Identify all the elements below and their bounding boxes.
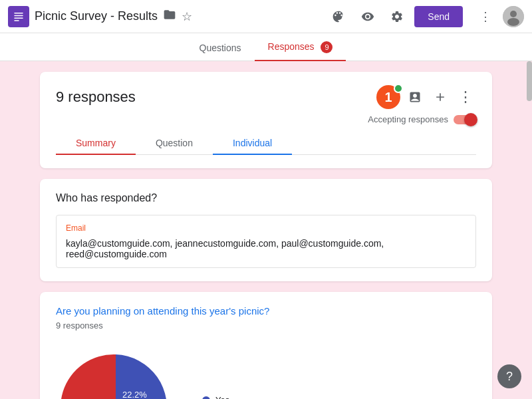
yes-label: Yes (215, 395, 229, 399)
email-box: Email kayla@customguide.com, jeannecusto… (56, 215, 476, 268)
pie-chart: 77.8% 22.2% (56, 348, 176, 399)
add-chart-button[interactable] (430, 86, 451, 108)
header-title: Picnic Survey - Results (35, 9, 158, 23)
yes-dot (202, 396, 210, 400)
subtab-summary[interactable]: Summary (56, 132, 136, 155)
help-button[interactable]: ? (497, 364, 521, 388)
email-list: kayla@customguide.com, jeannecustomguide… (66, 238, 466, 259)
chart-legend: Yes No (202, 395, 229, 399)
response-count-card: 9 responses 1 ⋮ Accepting responses Summ… (40, 72, 492, 168)
header: Picnic Survey - Results ☆ Send ⋮ (0, 0, 532, 33)
svg-rect-2 (14, 17, 23, 19)
avatar (503, 6, 524, 27)
notification-badge: 1 (376, 85, 400, 109)
tab-questions[interactable]: Questions (186, 36, 255, 61)
who-responded-title: Who has responded? (56, 192, 476, 204)
accepting-toggle[interactable] (454, 115, 476, 124)
header-left: Picnic Survey - Results ☆ (8, 6, 327, 27)
question-card: Are you planning on attending this year'… (40, 292, 492, 399)
folder-icon[interactable] (163, 8, 176, 25)
preview-button[interactable] (356, 5, 380, 29)
add-spreadsheet-button[interactable] (404, 86, 426, 108)
accepting-label: Accepting responses (368, 114, 448, 124)
response-header: 9 responses 1 ⋮ (56, 85, 476, 109)
star-icon[interactable]: ☆ (182, 9, 192, 24)
email-label: Email (66, 223, 466, 233)
question-text: Are you planning on attending this year'… (56, 305, 476, 317)
svg-rect-3 (14, 20, 19, 21)
svg-point-5 (510, 11, 517, 17)
sub-tabs: Summary Question Individual (56, 132, 476, 155)
main-content: 9 responses 1 ⋮ Accepting responses Summ… (0, 61, 532, 399)
more-button[interactable]: ⋮ (473, 5, 497, 29)
who-responded-card: Who has responded? Email kayla@customgui… (40, 179, 492, 281)
svg-rect-1 (14, 15, 23, 16)
main-tabs: Questions Responses 9 (0, 33, 532, 61)
response-actions: 1 ⋮ (376, 85, 476, 109)
send-button[interactable]: Send (414, 6, 463, 27)
chart-container: 77.8% 22.2% Yes No (56, 341, 476, 399)
accepting-row: Accepting responses (56, 114, 476, 124)
scrollbar-thumb[interactable] (527, 61, 532, 101)
svg-point-6 (507, 18, 519, 26)
response-count: 9 responses (56, 88, 136, 106)
palette-button[interactable] (327, 5, 350, 29)
settings-button[interactable] (385, 5, 409, 29)
responses-badge: 9 (321, 41, 332, 53)
tab-responses[interactable]: Responses 9 (255, 35, 346, 61)
subtab-question[interactable]: Question (136, 132, 213, 155)
app-icon (8, 6, 29, 27)
legend-yes: Yes (202, 395, 229, 399)
question-response-count: 9 responses (56, 321, 476, 331)
svg-text:22.2%: 22.2% (122, 390, 147, 399)
more-options-button[interactable]: ⋮ (455, 86, 476, 108)
svg-rect-0 (14, 13, 23, 14)
header-icons: Send ⋮ (327, 5, 524, 29)
subtab-individual[interactable]: Individual (213, 132, 292, 155)
